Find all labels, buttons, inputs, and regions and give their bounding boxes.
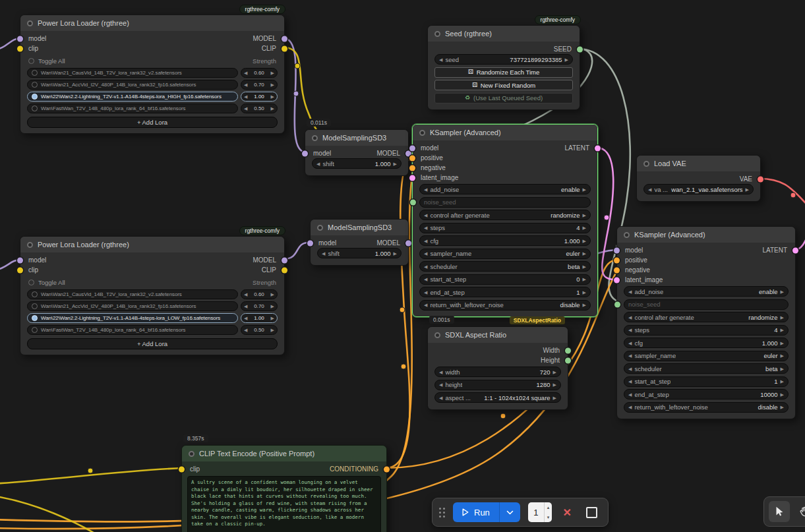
widget-return-with-leftover-noise[interactable]: return_with_leftover_noisedisable — [624, 402, 789, 413]
arrow-right-icon[interactable] — [271, 328, 274, 332]
arrow-right-icon[interactable] — [565, 57, 568, 62]
lora-select[interactable]: Wan\Wan21_AccVid_I2V_480P_14B_lora_rank3… — [27, 80, 238, 90]
toggle-all-row[interactable]: Toggle All Strength — [28, 278, 276, 287]
arrow-left-icon[interactable] — [424, 303, 427, 307]
use-last-queued-seed-button[interactable]: ♻ (Use Last Queued Seed) — [434, 93, 573, 103]
arrow-left-icon[interactable] — [439, 396, 442, 400]
arrow-left-icon[interactable] — [628, 289, 632, 294]
lora-row[interactable]: Wan\FastWan_T2V_14B_480p_lora_rank_64_bf… — [27, 103, 278, 113]
lora-strength[interactable]: 0.60 — [241, 289, 278, 299]
lora-row[interactable]: Wan\Wan21_CausVid_14B_T2V_lora_rank32_v2… — [27, 68, 278, 78]
latent-output-port[interactable] — [792, 247, 798, 253]
widget-width[interactable]: width720 — [434, 367, 561, 377]
arrow-right-icon[interactable] — [781, 405, 784, 409]
arrow-right-icon[interactable] — [271, 94, 274, 99]
arrow-right-icon[interactable] — [781, 341, 784, 345]
lora-toggle[interactable] — [32, 82, 38, 88]
add-lora-button[interactable]: + Add Lora — [27, 117, 278, 128]
run-options-button[interactable] — [500, 502, 520, 522]
arrow-right-icon[interactable] — [583, 251, 586, 256]
arrow-left-icon[interactable] — [244, 94, 247, 99]
collapse-dot-icon[interactable] — [643, 161, 649, 167]
node-clip-text-encode-positive[interactable]: 8.357s CLIP Text Encode (Positive Prompt… — [181, 445, 387, 532]
toggle-all-icon[interactable] — [28, 280, 34, 285]
arrow-right-icon[interactable] — [553, 382, 556, 387]
arrow-right-icon[interactable] — [583, 239, 586, 243]
node-title-bar[interactable]: KSampler (Advanced) — [617, 227, 795, 243]
noise-seed-input-port[interactable] — [614, 301, 620, 307]
lora-toggle[interactable] — [32, 327, 38, 333]
clip-output-port[interactable] — [282, 45, 287, 51]
collapse-dot-icon[interactable] — [312, 135, 318, 141]
lora-row[interactable]: Wan\Wan21_CausVid_14B_T2V_lora_rank32_v2… — [27, 289, 278, 299]
arrow-left-icon[interactable] — [424, 290, 427, 295]
node-seed[interactable]: rgthree-comfy Seed (rgthree) SEED seed 7… — [427, 25, 580, 110]
vae-output-port[interactable] — [758, 176, 763, 182]
collapse-dot-icon[interactable] — [434, 31, 440, 37]
arrow-right-icon[interactable] — [553, 370, 556, 374]
lora-select[interactable]: Wan\FastWan_T2V_14B_480p_lora_rank_64_bf… — [27, 103, 238, 113]
arrow-left-icon[interactable] — [244, 106, 247, 111]
node-graph-canvas[interactable]: rgthree-comfy Power Lora Loader (rgthree… — [0, 0, 805, 532]
widget-vae-name[interactable]: va ... wan_2.1_vae.safetensors — [643, 184, 754, 194]
arrow-left-icon[interactable] — [648, 187, 651, 192]
collapse-dot-icon[interactable] — [317, 225, 323, 231]
width-output-port[interactable] — [565, 347, 571, 353]
clip-input-port[interactable] — [17, 45, 23, 51]
node-model-sampling-sd3-2[interactable]: ModelSamplingSD3 model MODEL shift 1.000 — [310, 219, 409, 266]
node-title-bar[interactable]: ModelSamplingSD3 — [311, 220, 408, 235]
lora-row[interactable]: Wan\22\Wan2.2-Lightning_T2V-v1.1-A14B-4s… — [27, 92, 278, 102]
arrow-left-icon[interactable] — [628, 353, 632, 358]
lora-strength[interactable]: 0.60 — [241, 68, 278, 78]
widget-control-after-generate[interactable]: control after generaterandomize — [624, 312, 789, 322]
clip-input-port[interactable] — [179, 466, 185, 472]
arrow-left-icon[interactable] — [424, 251, 427, 256]
widget-return-with-leftover-noise[interactable]: return_with_leftover_noisedisable — [419, 300, 591, 310]
clear-queue-button[interactable]: ✕ — [562, 506, 571, 519]
widget-cfg[interactable]: cfg1.000 — [624, 338, 789, 348]
widget-start-at-step[interactable]: start_at_step0 — [419, 274, 591, 285]
arrow-left-icon[interactable] — [244, 316, 247, 320]
latent-output-port[interactable] — [595, 145, 601, 151]
collapse-dot-icon[interactable] — [189, 451, 194, 457]
lora-select[interactable]: Wan\FastWan_T2V_14B_480p_lora_rank_64_bf… — [27, 325, 238, 335]
arrow-left-icon[interactable] — [628, 392, 632, 397]
lora-toggle[interactable] — [32, 105, 38, 111]
lora-strength[interactable]: 0.50 — [241, 325, 278, 335]
model-output-port[interactable] — [282, 257, 287, 263]
toolbar-drag-handle-icon[interactable] — [439, 508, 445, 517]
lora-select[interactable]: Wan\Wan21_CausVid_14B_T2V_lora_rank32_v2… — [27, 68, 238, 78]
widget-end-at-step[interactable]: end_at_step1 — [419, 287, 591, 297]
arrow-right-icon[interactable] — [271, 292, 274, 297]
step-up-icon[interactable]: ▴ — [545, 502, 552, 512]
arrow-right-icon[interactable] — [781, 367, 784, 371]
node-title-bar[interactable]: CLIP Text Encode (Positive Prompt) — [182, 446, 386, 461]
node-title-bar[interactable]: Load VAE — [637, 156, 760, 171]
arrow-left-icon[interactable] — [439, 57, 442, 62]
height-output-port[interactable] — [565, 357, 571, 363]
model-output-port[interactable] — [405, 240, 411, 246]
collapse-dot-icon[interactable] — [434, 332, 440, 338]
toggle-all-icon[interactable] — [28, 58, 34, 64]
widget-steps[interactable]: steps4 — [419, 223, 591, 233]
lora-select[interactable]: Wan\22\Wan2.2-Lightning_T2V-v1.1-A14B-4s… — [27, 92, 238, 102]
arrow-left-icon[interactable] — [424, 264, 427, 269]
lora-strength[interactable]: 0.50 — [241, 103, 278, 113]
batch-count-stepper[interactable]: 1 ▴ ▾ — [528, 502, 552, 522]
arrow-right-icon[interactable] — [781, 353, 784, 358]
node-ksampler-advanced-2[interactable]: KSampler (Advanced) model LATENT positiv… — [616, 226, 796, 419]
seed-output-port[interactable] — [577, 46, 583, 52]
toggle-all-row[interactable]: Toggle All Strength — [28, 56, 276, 65]
lora-toggle[interactable] — [32, 94, 38, 100]
arrow-left-icon[interactable] — [244, 304, 247, 309]
arrow-right-icon[interactable] — [746, 187, 749, 192]
node-ksampler-advanced-1[interactable]: KSampler (Advanced) model LATENT positiv… — [412, 124, 598, 317]
node-title-bar[interactable]: Seed (rgthree) — [428, 26, 580, 42]
lora-strength[interactable]: 0.70 — [241, 80, 278, 90]
widget-seed[interactable]: seed 737721899293385 — [434, 54, 573, 65]
arrow-left-icon[interactable] — [244, 328, 247, 332]
collapse-dot-icon[interactable] — [419, 130, 425, 136]
arrow-left-icon[interactable] — [439, 382, 442, 387]
arrow-left-icon[interactable] — [244, 292, 247, 297]
arrow-left-icon[interactable] — [424, 187, 427, 192]
